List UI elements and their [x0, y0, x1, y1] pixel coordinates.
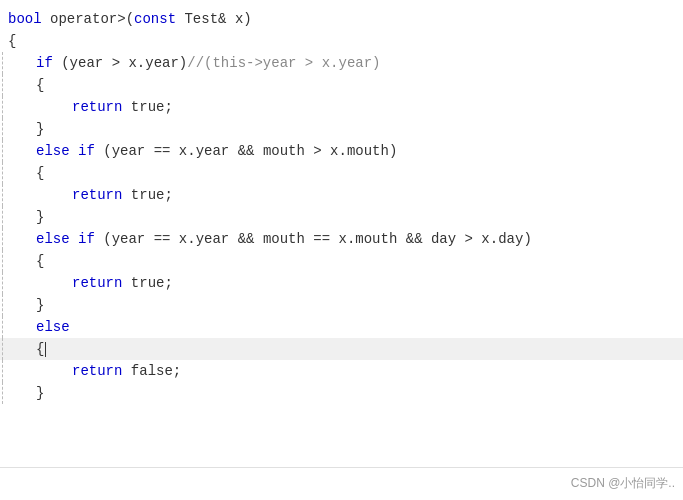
code-line: {	[0, 30, 683, 52]
code-token: &&	[238, 231, 255, 247]
line-content: else	[36, 316, 70, 338]
line-content: }	[36, 206, 44, 228]
code-token: x.mouth	[330, 231, 406, 247]
code-line: return true;	[0, 272, 683, 294]
code-token: x.year	[170, 143, 237, 159]
line-dash	[2, 228, 3, 250]
code-line: {	[0, 74, 683, 96]
line-content: if (year > x.year)//(this->year > x.year…	[36, 52, 380, 74]
line-content: }	[36, 294, 44, 316]
line-dash	[2, 360, 3, 382]
code-token	[70, 231, 78, 247]
line-content: else if (year == x.year && mouth > x.mou…	[36, 140, 397, 162]
code-editor: bool operator>(const Test& x){if (year >…	[0, 0, 683, 500]
code-token: (year	[95, 143, 154, 159]
line-dash	[2, 118, 3, 140]
line-content: return false;	[72, 360, 181, 382]
line-dash	[2, 162, 3, 184]
line-dash	[2, 52, 3, 74]
line-content: bool operator>(const Test& x)	[8, 8, 252, 30]
line-content: {	[36, 74, 44, 96]
code-token: }	[36, 209, 44, 225]
code-token: const	[134, 11, 176, 27]
code-token: operator	[42, 11, 118, 27]
code-line: return true;	[0, 96, 683, 118]
bottom-border	[0, 467, 683, 468]
line-content: return true;	[72, 184, 173, 206]
code-token: ==	[154, 231, 171, 247]
line-dash	[2, 316, 3, 338]
code-token: x.day)	[473, 231, 532, 247]
code-token: mouth	[254, 143, 313, 159]
code-token: &&	[406, 231, 423, 247]
code-line: }	[0, 206, 683, 228]
line-dash	[2, 140, 3, 162]
code-line: if (year > x.year)//(this->year > x.year…	[0, 52, 683, 74]
code-token: true;	[122, 275, 172, 291]
code-token: ==	[313, 231, 330, 247]
code-token: (year	[53, 55, 112, 71]
code-line: }	[0, 382, 683, 404]
line-dash	[2, 96, 3, 118]
code-line: {	[0, 250, 683, 272]
line-dash	[2, 206, 3, 228]
code-token: false;	[122, 363, 181, 379]
code-token: if	[78, 231, 95, 247]
line-dash	[2, 184, 3, 206]
code-token: x.year)	[120, 55, 187, 71]
line-content: else if (year == x.year && mouth == x.mo…	[36, 228, 532, 250]
line-content: {	[36, 250, 44, 272]
code-token	[70, 143, 78, 159]
code-token: if	[36, 55, 53, 71]
line-dash	[2, 382, 3, 404]
code-token: {	[36, 253, 44, 269]
code-token: >(	[117, 11, 134, 27]
code-token: else	[36, 319, 70, 335]
code-line: return true;	[0, 184, 683, 206]
line-dash	[2, 74, 3, 96]
line-content: }	[36, 382, 44, 404]
code-token: else	[36, 231, 70, 247]
code-token: }	[36, 297, 44, 313]
code-token: {	[36, 341, 44, 357]
code-token: &&	[238, 143, 255, 159]
code-token: return	[72, 99, 122, 115]
code-token: return	[72, 363, 122, 379]
code-token: if	[78, 143, 95, 159]
code-line: {	[0, 162, 683, 184]
line-content: }	[36, 118, 44, 140]
code-token: true;	[122, 99, 172, 115]
code-lines: bool operator>(const Test& x){if (year >…	[0, 8, 683, 404]
code-token: {	[8, 33, 16, 49]
code-token: & x)	[218, 11, 252, 27]
code-line: {|	[0, 338, 683, 360]
code-token: mouth	[254, 231, 313, 247]
code-token: ==	[154, 143, 171, 159]
code-line: else if (year == x.year && mouth == x.mo…	[0, 228, 683, 250]
code-line: }	[0, 118, 683, 140]
code-line: bool operator>(const Test& x)	[0, 8, 683, 30]
code-token: (year	[95, 231, 154, 247]
code-token: //(this->year > x.year)	[187, 55, 380, 71]
code-line: return false;	[0, 360, 683, 382]
watermark: CSDN @小怡同学..	[571, 475, 675, 492]
line-dash	[2, 338, 3, 360]
line-content: return true;	[72, 272, 173, 294]
code-token: {	[36, 165, 44, 181]
text-cursor	[45, 342, 46, 357]
line-content: {	[8, 30, 16, 52]
code-token: >	[465, 231, 473, 247]
code-token: >	[313, 143, 321, 159]
code-token: }	[36, 385, 44, 401]
code-token: x.mouth)	[322, 143, 398, 159]
code-token: day	[423, 231, 465, 247]
code-token: true;	[122, 187, 172, 203]
code-token: x.year	[170, 231, 237, 247]
line-content: return true;	[72, 96, 173, 118]
line-dash	[2, 250, 3, 272]
code-token: return	[72, 275, 122, 291]
code-token: return	[72, 187, 122, 203]
code-token: Test	[176, 11, 218, 27]
line-content: {	[36, 162, 44, 184]
code-line: }	[0, 294, 683, 316]
